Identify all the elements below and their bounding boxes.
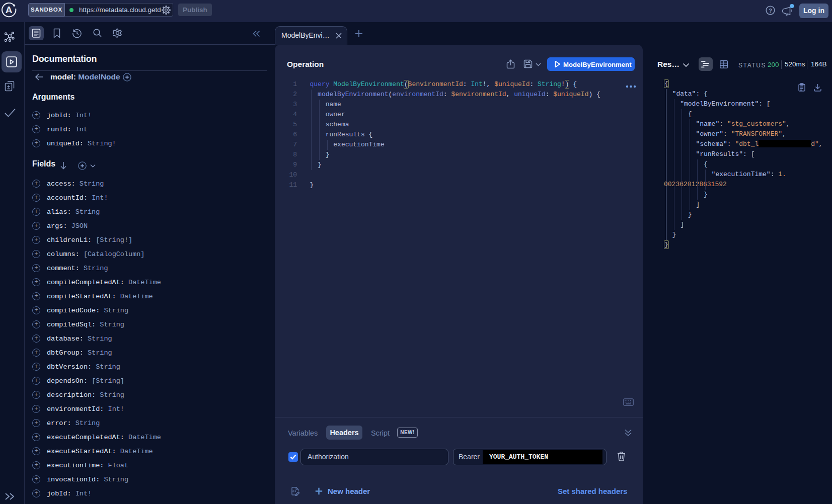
svg-text:A: A [6,5,13,15]
svg-text:?: ? [769,8,772,14]
